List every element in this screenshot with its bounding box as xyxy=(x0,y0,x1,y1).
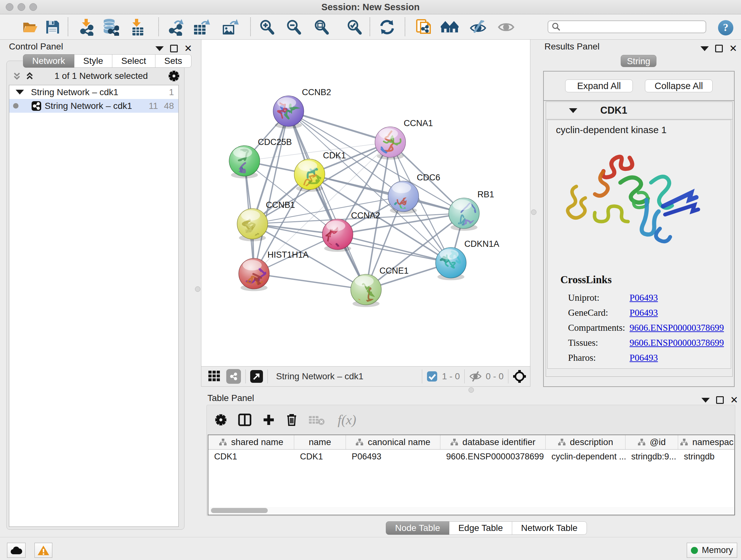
column-header-shared-name[interactable]: shared name xyxy=(208,435,294,449)
table-row[interactable]: CDK1CDK1P064939606.ENSP00000378699cyclin… xyxy=(208,449,734,463)
search-field[interactable] xyxy=(548,20,706,33)
export-network-button[interactable] xyxy=(167,19,185,36)
horizontal-scrollbar[interactable] xyxy=(209,507,734,514)
node-RB1[interactable]: RB1 xyxy=(449,190,494,231)
help-button[interactable]: ? xyxy=(718,20,734,36)
panel-menu-icon[interactable] xyxy=(155,46,164,51)
vertical-splitter-handle[interactable] xyxy=(531,209,536,215)
column-header-namespac[interactable]: namespac xyxy=(678,435,735,449)
import-network-file-button[interactable] xyxy=(77,19,95,36)
network-row-selected[interactable]: String Network – cdk1 11 48 xyxy=(9,99,179,113)
close-panel-icon[interactable]: ✕ xyxy=(184,44,192,53)
expand-all-chevron-icon[interactable] xyxy=(25,71,35,81)
tab-network-table[interactable]: Network Table xyxy=(512,521,587,535)
network-canvas[interactable]: CCNB2CCNA1CDC25BCDK1CDC6RB1CCNB1CCNA2CDK… xyxy=(201,39,530,367)
zoom-selected-button[interactable] xyxy=(345,19,363,36)
crosslink-link[interactable]: 9606.ENSP00000378699 xyxy=(630,322,724,333)
table-settings-gear-icon[interactable] xyxy=(214,414,227,426)
edge-HIST1H1A-CCNE1[interactable] xyxy=(254,273,366,290)
collapse-all-button[interactable]: Collapse All xyxy=(645,79,713,92)
collapse-all-chevron-icon[interactable] xyxy=(12,71,22,81)
show-all-button[interactable] xyxy=(497,19,515,36)
tab-string[interactable]: String xyxy=(621,55,657,67)
crosslink-row: Compartments:9606.ENSP00000378699 xyxy=(568,320,724,335)
scrollbar-thumb[interactable] xyxy=(211,508,268,513)
float-panel-icon[interactable] xyxy=(170,45,178,52)
node-CCNA1[interactable]: CCNA1 xyxy=(375,118,433,160)
node-CCNB2[interactable]: CCNB2 xyxy=(273,87,331,129)
float-panel-icon[interactable] xyxy=(715,45,723,52)
zoom-fit-button[interactable] xyxy=(313,19,330,36)
import-table-file-button[interactable] xyxy=(128,19,146,36)
apply-layout-button[interactable] xyxy=(378,19,396,36)
import-network-database-button[interactable] xyxy=(101,19,119,36)
export-table-button[interactable] xyxy=(193,19,211,36)
edge-CCNB2-CCNA1[interactable] xyxy=(288,111,390,142)
node-CCNE1[interactable]: CCNE1 xyxy=(351,266,409,312)
crosslink-link[interactable]: 9606.ENSP00000378699 xyxy=(630,337,724,348)
node-HIST1H1A[interactable]: HIST1H1A xyxy=(239,250,309,291)
column-header--id[interactable]: @id xyxy=(625,435,678,449)
cloud-status-button[interactable] xyxy=(7,543,25,558)
tab-network[interactable]: Network xyxy=(23,54,74,68)
trash-icon[interactable] xyxy=(286,413,297,427)
memory-button[interactable]: Memory xyxy=(687,543,737,558)
tab-edge-table[interactable]: Edge Table xyxy=(449,521,512,535)
float-panel-icon[interactable] xyxy=(716,396,724,404)
gene-section-header[interactable]: CDK1 xyxy=(546,102,732,119)
zoom-out-button[interactable] xyxy=(285,19,302,36)
export-image-button[interactable] xyxy=(221,19,239,36)
close-panel-icon[interactable]: ✕ xyxy=(729,44,737,53)
zoom-in-button[interactable] xyxy=(258,19,276,36)
column-header-database-identifier[interactable]: database identifier xyxy=(441,435,546,449)
export-table-icon xyxy=(193,18,211,36)
column-header-description[interactable]: description xyxy=(546,435,625,449)
add-column-plus-icon[interactable] xyxy=(262,414,275,426)
close-panel-icon[interactable]: ✕ xyxy=(730,395,738,405)
column-header-name[interactable]: name xyxy=(294,435,346,449)
tab-node-table[interactable]: Node Table xyxy=(386,521,449,535)
node-label: CDC6 xyxy=(417,173,441,182)
open-in-window-button[interactable] xyxy=(250,370,263,383)
search-input[interactable] xyxy=(561,22,705,32)
panel-menu-icon[interactable] xyxy=(700,46,709,51)
split-panel-icon[interactable] xyxy=(238,414,252,426)
zoom-out-icon xyxy=(285,19,302,36)
open-session-button[interactable] xyxy=(21,19,39,36)
edge-CCNB2-HIST1H1A[interactable] xyxy=(254,111,288,273)
open-folder-icon xyxy=(22,19,39,35)
gear-icon[interactable] xyxy=(168,70,180,82)
network-graph[interactable]: CCNB2CCNA1CDC25BCDK1CDC6RB1CCNB1CCNA2CDK… xyxy=(201,40,530,366)
clone-network-button[interactable] xyxy=(414,19,432,36)
save-session-button[interactable] xyxy=(44,19,62,36)
panel-menu-icon[interactable] xyxy=(701,398,710,402)
node-CDK1[interactable]: CDK1 xyxy=(294,151,346,192)
section-expand-icon[interactable] xyxy=(569,108,577,113)
selected-checkbox-icon[interactable] xyxy=(427,371,437,382)
main-toolbar: ? xyxy=(0,14,741,40)
warnings-button[interactable] xyxy=(35,543,52,558)
birdseye-crosshair-icon[interactable] xyxy=(513,370,526,383)
edge-CCNB2-CCNE1[interactable] xyxy=(288,111,366,290)
crosslink-link[interactable]: P06493 xyxy=(630,307,658,318)
network-tree: String Network – cdk1 1 String Network –… xyxy=(9,85,179,527)
hide-selected-button[interactable] xyxy=(469,19,487,36)
horizontal-splitter-handle[interactable] xyxy=(468,387,474,393)
tab-sets[interactable]: Sets xyxy=(155,54,192,68)
expand-all-button[interactable]: Expand All xyxy=(565,79,633,92)
tab-style[interactable]: Style xyxy=(74,54,112,68)
node-CDKN1A[interactable]: CDKN1A xyxy=(435,239,499,280)
collection-expand-icon[interactable] xyxy=(16,90,24,95)
column-header-canonical-name[interactable]: canonical name xyxy=(346,435,441,449)
tab-select[interactable]: Select xyxy=(112,54,155,68)
crosslink-link[interactable]: P06493 xyxy=(630,353,658,363)
grid-view-button[interactable] xyxy=(208,369,220,383)
first-neighbors-button[interactable] xyxy=(441,19,459,36)
crosslink-link[interactable]: P06493 xyxy=(630,293,658,303)
vertical-splitter-handle[interactable] xyxy=(195,287,200,292)
node-CDC6[interactable]: CDC6 xyxy=(382,173,441,219)
node-CCNB1[interactable]: CCNB1 xyxy=(237,200,295,243)
network-birds-eye-toggle[interactable] xyxy=(226,369,241,384)
network-collection-row[interactable]: String Network – cdk1 1 xyxy=(9,85,179,99)
crosslink-row: GeneCard:P06493 xyxy=(568,305,724,320)
